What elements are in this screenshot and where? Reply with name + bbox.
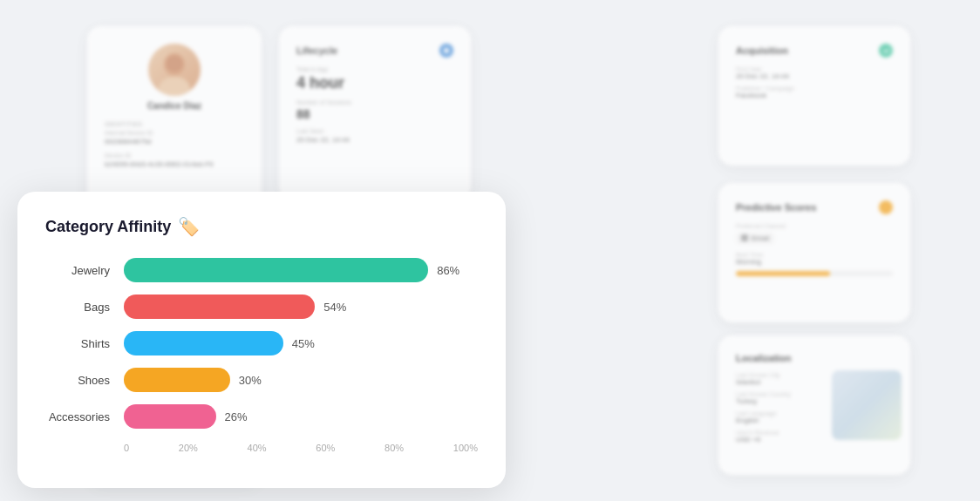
bar-row-bags: Bags54% xyxy=(45,295,478,319)
x-axis-label: 80% xyxy=(385,443,404,453)
lifecycle-icon xyxy=(439,44,453,58)
x-axis-label: 100% xyxy=(453,443,478,453)
email-badge: Email xyxy=(736,233,774,244)
bar-fill-accessories xyxy=(124,404,216,429)
bar-track-shoes: 30% xyxy=(124,368,478,392)
profile-name: Candice Diaz xyxy=(147,101,201,111)
svg-point-3 xyxy=(444,48,449,53)
localization-card: Localization Last Known City Istanbul La… xyxy=(718,335,910,475)
bars-container: Jewelry86%Bags54%Shirts45%Shoes30%Access… xyxy=(45,258,478,429)
bar-fill-shirts xyxy=(124,331,283,355)
bar-value-jewelry: 86% xyxy=(437,264,459,277)
x-axis: 020%40%60%80%100% xyxy=(45,443,478,453)
bar-track-bags: 54% xyxy=(124,295,478,319)
score-bar-fill xyxy=(736,271,830,276)
bar-fill-shoes xyxy=(124,368,230,392)
chart-title: Category Affinity xyxy=(45,218,171,236)
best-time-row: Best Time Morning xyxy=(736,252,893,266)
x-axis-label: 40% xyxy=(248,443,267,453)
bar-row-shirts: Shirts45% xyxy=(45,331,478,355)
bar-fill-bags xyxy=(124,295,315,319)
acquisition-card: Acquisition First Sale 20 Dec 22, 14:44 … xyxy=(718,26,910,166)
bar-label-bags: Bags xyxy=(45,301,124,314)
affinity-icon: 🏷️ xyxy=(178,216,200,237)
bar-label-accessories: Accessories xyxy=(45,410,124,423)
internal-device-label: Internal Device ID xyxy=(105,130,244,136)
internal-device-value: 00236844675d xyxy=(105,138,244,146)
x-axis-label: 60% xyxy=(316,443,335,453)
identities-label: IDENTITIES xyxy=(105,121,244,127)
bar-row-shoes: Shoes30% xyxy=(45,368,478,392)
svg-point-1 xyxy=(159,77,190,96)
bar-label-shirts: Shirts xyxy=(45,337,124,350)
lifecycle-title: Lifecycle xyxy=(296,44,453,58)
bar-track-jewelry: 86% xyxy=(124,258,478,282)
predictive-scores-card: Predictive Scores Preferred Channel Emai… xyxy=(718,183,910,322)
acquisition-icon xyxy=(879,44,893,58)
bar-track-accessories: 26% xyxy=(124,404,478,429)
bar-fill-jewelry xyxy=(124,258,428,282)
acquisition-title: Acquisition xyxy=(736,44,893,58)
category-affinity-card: Category Affinity 🏷️ Jewelry86%Bags54%Sh… xyxy=(17,192,506,488)
bar-label-shoes: Shoes xyxy=(45,374,124,387)
first-sale-row: First Sale 20 Dec 22, 14:44 xyxy=(736,66,893,80)
lifecycle-card: Lifecycle Total in App 4 hour Number of … xyxy=(279,26,471,200)
x-axis-label: 0 xyxy=(124,443,129,453)
bar-row-accessories: Accessories26% xyxy=(45,404,478,429)
bar-label-jewelry: Jewelry xyxy=(45,264,124,277)
predictive-title: Predictive Scores xyxy=(736,200,893,214)
bar-value-bags: 54% xyxy=(323,301,346,314)
predictive-icon xyxy=(879,200,893,214)
x-axis-label: 20% xyxy=(179,443,198,453)
bar-track-shirts: 45% xyxy=(124,331,478,355)
bar-value-shoes: 30% xyxy=(239,374,262,387)
bar-value-accessories: 26% xyxy=(225,410,248,423)
svg-point-2 xyxy=(166,55,183,72)
chart-header: Category Affinity 🏷️ xyxy=(45,216,478,237)
score-bar xyxy=(736,271,893,276)
preferred-channel-row: Preferred Channel Email xyxy=(736,223,893,245)
device-value: b24099-84d3-4c30-8962-014ed-F9 xyxy=(105,160,244,168)
publisher-row: Publisher / Campaign Facebook xyxy=(736,85,893,99)
x-axis-labels: 020%40%60%80%100% xyxy=(124,443,478,453)
device-label: Device ID xyxy=(105,152,244,159)
avatar-area: Candice Diaz xyxy=(105,44,244,111)
map-placeholder xyxy=(832,370,902,440)
localization-title: Localization xyxy=(736,353,893,363)
bar-value-shirts: 45% xyxy=(292,337,315,350)
bar-row-jewelry: Jewelry86% xyxy=(45,258,478,282)
avatar xyxy=(148,44,201,96)
